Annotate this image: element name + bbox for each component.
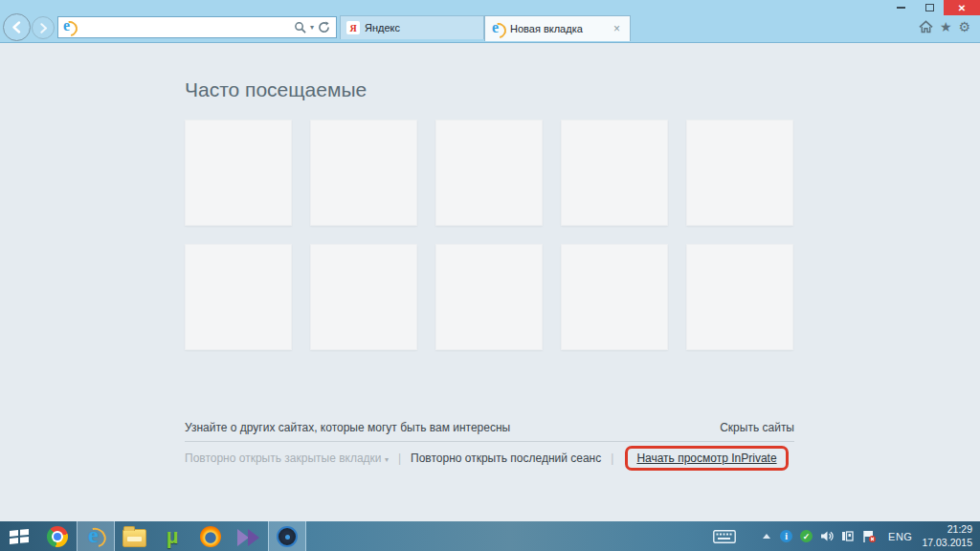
address-bar-icons: ▾ — [294, 21, 336, 33]
chrome-taskbar-button[interactable] — [38, 521, 77, 551]
refresh-icon[interactable] — [318, 21, 330, 33]
daemon-tools-taskbar-button[interactable] — [268, 521, 306, 551]
media-player-taskbar-button[interactable] — [230, 521, 268, 551]
taskbar-clock[interactable]: 21:29 17.03.2015 — [922, 523, 972, 549]
site-tile[interactable] — [435, 244, 543, 350]
reopen-closed-tabs-link: Повторно открыть закрытые вкладки ▾ — [185, 452, 389, 465]
touch-keyboard-icon[interactable] — [713, 530, 736, 543]
forward-arrow-icon — [38, 23, 49, 33]
firefox-taskbar-button[interactable] — [191, 521, 230, 551]
close-icon: ✕ — [958, 3, 966, 13]
site-tile[interactable] — [185, 244, 292, 350]
start-button[interactable] — [0, 521, 38, 551]
back-button[interactable] — [3, 13, 31, 41]
action-center-flag-icon[interactable] — [862, 530, 877, 543]
forward-button[interactable] — [32, 16, 55, 39]
footer-row-2: Повторно открыть закрытые вкладки ▾ | По… — [185, 444, 794, 473]
page-heading: Часто посещаемые — [185, 78, 367, 101]
ie-icon: e — [85, 526, 106, 547]
site-tile[interactable] — [561, 244, 668, 350]
search-dropdown-icon[interactable]: ▾ — [310, 24, 314, 32]
search-icon[interactable] — [294, 21, 306, 33]
tab-label: Яндекс — [365, 22, 400, 33]
utorrent-icon: µ — [167, 526, 179, 547]
footer-row-1: Узнайте о других сайтах, которые могут б… — [185, 421, 794, 434]
new-tab-page: Часто посещаемые Узнайте о других сайтах… — [0, 43, 980, 521]
system-tray: i ✓ — [713, 521, 980, 551]
yandex-favicon: Я — [346, 21, 360, 34]
window-controls: ✕ — [886, 0, 980, 15]
inprivate-highlight-box: Начать просмотр InPrivate — [625, 446, 788, 471]
site-tile[interactable] — [310, 244, 417, 350]
restore-icon — [925, 4, 934, 11]
volume-icon[interactable] — [820, 530, 834, 542]
chevron-down-icon: ▾ — [385, 455, 389, 464]
footer-divider — [185, 441, 794, 442]
separator: | — [398, 452, 401, 465]
minimize-icon — [897, 7, 905, 9]
tab-label: Новая вкладка — [510, 23, 583, 34]
address-bar[interactable]: e ▾ — [57, 16, 337, 38]
network-icon[interactable] — [841, 530, 855, 542]
site-tile[interactable] — [310, 120, 417, 226]
clock-date: 17.03.2015 — [922, 537, 972, 550]
address-input[interactable] — [80, 20, 294, 35]
browser-toolbar: e ▾ Я Яндекс — [0, 15, 980, 43]
site-tile[interactable] — [686, 244, 793, 350]
tab-new-tab[interactable]: e Новая вкладка × — [484, 15, 631, 41]
home-icon[interactable] — [919, 20, 933, 33]
separator: | — [611, 452, 613, 465]
hide-sites-link[interactable]: Скрыть сайты — [720, 421, 794, 434]
browser-window: ✕ e ▾ — [0, 0, 980, 551]
explorer-taskbar-button[interactable] — [115, 521, 153, 551]
language-indicator[interactable]: ENG — [888, 531, 912, 542]
settings-gear-icon[interactable]: ⚙ — [958, 20, 970, 33]
suggest-sites-text: Узнайте о других сайтах, которые могут б… — [185, 421, 510, 434]
taskbar-icons: e µ — [0, 521, 306, 551]
daemon-tools-icon — [277, 526, 298, 547]
tray-expand-icon[interactable] — [763, 534, 770, 539]
favorites-star-icon[interactable]: ★ — [940, 20, 952, 33]
tab-yandex[interactable]: Я Яндекс — [340, 15, 484, 39]
site-tile[interactable] — [435, 120, 543, 226]
windows-logo-icon — [10, 529, 29, 544]
media-player-icon — [237, 529, 260, 546]
ie-favicon: e — [62, 20, 77, 34]
ie-taskbar-button[interactable]: e — [77, 521, 115, 551]
reopen-last-session-link[interactable]: Повторно открыть последний сеанс — [411, 452, 601, 465]
start-inprivate-link[interactable]: Начать просмотр InPrivate — [636, 452, 776, 465]
back-arrow-icon — [11, 21, 23, 33]
site-tile[interactable] — [561, 120, 668, 226]
chrome-icon — [47, 526, 68, 547]
update-tray-icon[interactable]: ✓ — [800, 530, 813, 542]
info-tray-icon[interactable]: i — [780, 530, 792, 542]
restore-button[interactable] — [915, 0, 944, 15]
utorrent-taskbar-button[interactable]: µ — [153, 521, 191, 551]
clock-time: 21:29 — [922, 523, 972, 537]
title-bar: ✕ — [0, 0, 980, 15]
site-tile[interactable] — [185, 120, 292, 226]
tab-close-icon[interactable]: × — [610, 21, 624, 36]
minimize-button[interactable] — [886, 0, 915, 15]
folder-icon — [122, 529, 146, 547]
taskbar: e µ — [0, 521, 980, 551]
close-button[interactable]: ✕ — [944, 0, 980, 15]
ie-favicon: e — [491, 22, 505, 36]
tiles-grid — [185, 120, 794, 350]
page-footer: Узнайте о других сайтах, которые могут б… — [185, 421, 794, 473]
firefox-icon — [200, 526, 221, 547]
site-tile[interactable] — [686, 120, 793, 226]
toolbar-right-icons: ★ ⚙ — [919, 20, 970, 33]
